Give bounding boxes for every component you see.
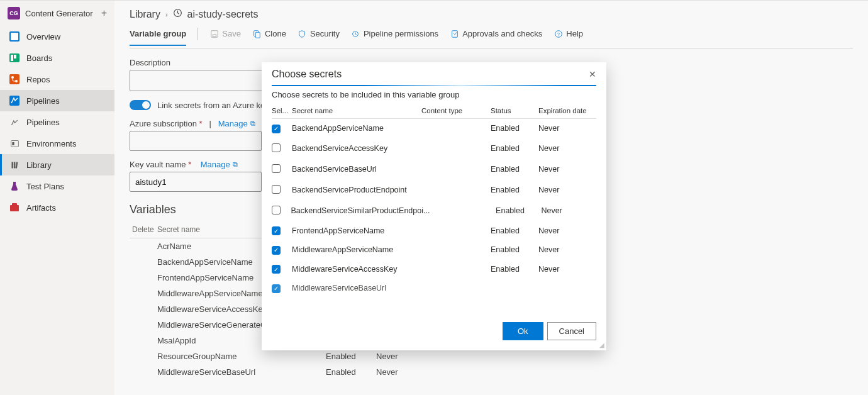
sidebar-item-label: Test Plans: [26, 182, 64, 191]
ok-button[interactable]: Ok: [503, 322, 543, 340]
dialog-col-content-type[interactable]: Content type: [421, 107, 491, 114]
expiration-cell: Never: [541, 206, 596, 215]
chevron-right-icon: ›: [165, 11, 168, 18]
checkbox[interactable]: ✓: [272, 284, 281, 293]
dialog-col-sel[interactable]: Sel...: [272, 107, 292, 114]
sidebar-subnav-environments[interactable]: Environments: [0, 133, 114, 154]
choose-secrets-dialog: Choose secrets ✕ Choose secrets to be in…: [262, 62, 606, 350]
checkbox[interactable]: ✓: [272, 265, 281, 274]
sidebar-item-boards[interactable]: Boards: [0, 47, 114, 69]
overview-icon: [9, 31, 20, 42]
sidebar-item-label: Environments: [26, 139, 76, 148]
list-item[interactable]: BackendServiceAccessKeyEnabledNever: [272, 138, 596, 159]
expiration-cell: Never: [538, 226, 596, 235]
project-icon: CG: [8, 7, 20, 19]
expiration-cell: Never: [376, 367, 452, 377]
close-icon[interactable]: ✕: [589, 69, 596, 79]
sidebar-item-label: Pipelines: [26, 118, 60, 127]
list-item[interactable]: ✓MiddlewareServiceAccessKeyEnabledNever: [272, 260, 596, 279]
help-icon: ?: [554, 29, 563, 38]
table-row[interactable]: MiddlewareServiceBaseUrlEnabledNever: [130, 364, 454, 380]
sidebar-item-overview[interactable]: Overview: [0, 26, 114, 47]
manage-keyvault-link[interactable]: Manage⧉: [201, 160, 238, 169]
pin-icon[interactable]: [173, 8, 182, 20]
svg-point-6: [11, 76, 14, 79]
secret-name-cell: BackendServiceBaseUrl: [292, 165, 421, 174]
checkbox[interactable]: ✓: [272, 125, 281, 133]
svg-rect-5: [9, 74, 19, 84]
list-item[interactable]: BackendServiceProductEndpointEnabledNeve…: [272, 180, 596, 201]
link-keyvault-toggle[interactable]: [130, 100, 151, 110]
sidebar-subnav-library[interactable]: Library: [0, 154, 114, 175]
status-cell: Enabled: [491, 226, 538, 235]
cancel-button[interactable]: Cancel: [547, 322, 596, 340]
breadcrumb: Library › ai-study-secrets: [130, 8, 853, 20]
resize-handle-icon[interactable]: ◢: [599, 342, 604, 348]
dialog-col-expiration[interactable]: Expiration date: [538, 107, 596, 114]
help-button[interactable]: ? Help: [554, 29, 583, 45]
table-row[interactable]: ResourceGroupNameEnabledNever: [130, 348, 454, 364]
checkbox[interactable]: [272, 185, 281, 194]
approvals-button[interactable]: Approvals and checks: [450, 29, 542, 45]
svg-rect-18: [213, 34, 216, 36]
status-cell: Enabled: [491, 144, 538, 153]
save-icon: [209, 29, 219, 38]
list-item[interactable]: ✓MiddlewareAppServiceNameEnabledNever: [272, 240, 596, 260]
pipelines-sub-icon: [9, 116, 20, 128]
svg-rect-4: [14, 55, 16, 58]
breadcrumb-library[interactable]: Library: [130, 9, 160, 20]
list-item[interactable]: ✓BackendAppServiceNameEnabledNever: [272, 119, 596, 138]
sidebar-item-repos[interactable]: Repos: [0, 69, 114, 90]
tab-variable-group[interactable]: Variable group: [130, 29, 186, 46]
project-header[interactable]: CG Content Generator +: [0, 1, 114, 26]
sidebar-item-pipelines[interactable]: Pipelines: [0, 90, 114, 111]
checkbox[interactable]: [272, 143, 281, 152]
status-cell: Enabled: [491, 265, 538, 274]
clone-button[interactable]: Clone: [252, 29, 286, 45]
status-cell: Enabled: [491, 186, 538, 194]
secret-name-cell: MiddlewareServiceBaseUrl: [292, 284, 421, 292]
artifacts-icon: [9, 202, 20, 213]
add-project-icon[interactable]: +: [101, 8, 107, 19]
pipeline-permissions-button[interactable]: Pipeline permissions: [351, 29, 438, 45]
checkbox[interactable]: ✓: [272, 226, 281, 235]
sidebar-item-label: Artifacts: [26, 203, 56, 213]
svg-rect-10: [12, 142, 14, 145]
azure-subscription-input[interactable]: [130, 131, 262, 151]
pipelines-icon: [9, 95, 20, 106]
status-cell: Enabled: [491, 245, 538, 254]
sidebar-item-artifacts[interactable]: Artifacts: [0, 197, 114, 218]
list-item[interactable]: ✓FrontendAppServiceNameEnabledNever: [272, 221, 596, 241]
secret-name-cell: ResourceGroupName: [157, 352, 326, 361]
manage-subscription-link[interactable]: Manage⧉: [218, 119, 255, 128]
list-item[interactable]: BackendServiceBaseUrlEnabledNever: [272, 159, 596, 180]
expiration-cell: Never: [538, 245, 596, 254]
status-cell: Enabled: [326, 367, 376, 377]
toolbar-separator: [198, 28, 198, 40]
expiration-cell: Never: [538, 144, 596, 153]
expiration-cell: Never: [376, 352, 452, 361]
sidebar-item-label: Library: [26, 160, 52, 170]
checkbox[interactable]: [272, 164, 281, 173]
boards-icon: [9, 52, 20, 64]
list-item[interactable]: ✓MiddlewareServiceBaseUrl: [272, 279, 596, 298]
status-cell: Enabled: [326, 352, 376, 361]
checkbox[interactable]: [272, 206, 281, 214]
checkbox[interactable]: ✓: [272, 246, 281, 255]
dialog-table-header: Sel... Secret name Content type Status E…: [272, 104, 596, 119]
clone-icon: [252, 29, 262, 38]
security-button[interactable]: Security: [298, 29, 340, 45]
secret-name-cell: MiddlewareAppServiceName: [292, 245, 421, 254]
sidebar-item-testplans[interactable]: Test Plans: [0, 175, 114, 197]
key-vault-input[interactable]: [130, 172, 262, 192]
secret-name-cell: BackendServiceAccessKey: [292, 144, 421, 153]
dialog-col-status[interactable]: Status: [491, 107, 538, 114]
svg-rect-3: [11, 55, 13, 61]
dialog-col-name[interactable]: Secret name: [292, 107, 421, 114]
dialog-progress-bar: [272, 85, 596, 86]
expiration-cell: Never: [538, 165, 596, 174]
svg-rect-12: [13, 162, 14, 168]
sidebar-subnav-pipelines[interactable]: Pipelines: [0, 111, 114, 133]
list-item[interactable]: BackendServiceSimilarProductEndpoi...Ena…: [272, 201, 596, 221]
svg-rect-11: [11, 162, 13, 168]
